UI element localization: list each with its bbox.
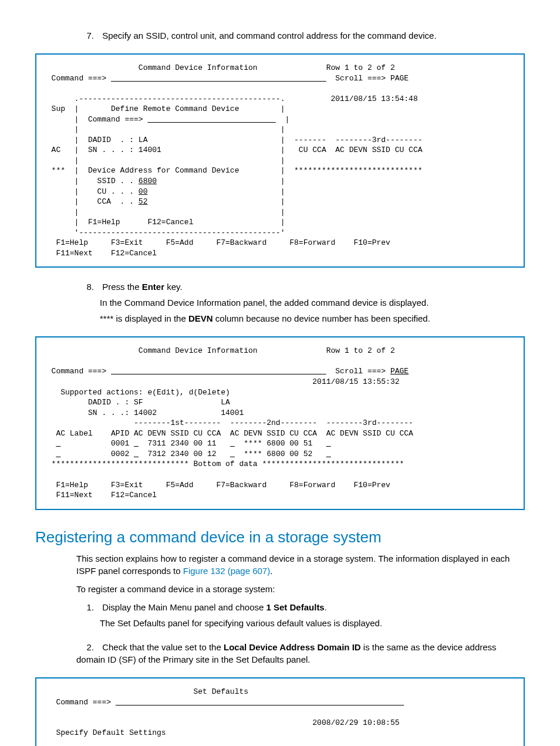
register-step-1-text: Display the Main Menu panel and choose 1… — [102, 602, 327, 612]
step-8: 8. Press the Enter key. In the Command D… — [76, 281, 525, 325]
section-intro: This section explains how to register a … — [76, 552, 525, 577]
step-8-num: 8. — [76, 281, 94, 293]
step-7-text: Specify an SSID, control unit, and comma… — [102, 31, 436, 40]
register-step-1-num: 1. — [76, 601, 94, 613]
step-7: 7. Specify an SSID, control unit, and co… — [76, 29, 525, 42]
step-7-num: 7. — [76, 29, 94, 42]
terminal-panel-1: Command Device Information Row 1 to 2 of… — [35, 53, 525, 268]
step-8-text: Press the Enter key. — [102, 282, 182, 292]
section-heading: Registering a command device in a storag… — [35, 526, 525, 548]
register-step-2: 2. Check that the value set to the Local… — [76, 641, 525, 666]
register-step-1: 1. Display the Main Menu panel and choos… — [76, 601, 525, 629]
step-8-body-1: In the Command Device Information panel,… — [100, 296, 525, 309]
register-step-2-text: Check that the value set to the Local De… — [76, 642, 497, 664]
register-step-1-body: The Set Defaults panel for specifying va… — [100, 617, 525, 629]
figure-link[interactable]: Figure 132 (page 607) — [183, 566, 270, 576]
terminal-panel-3: Set Defaults Command ===> 2008/02/29 10:… — [35, 677, 525, 746]
section-lead: To register a command device in a storag… — [76, 583, 525, 595]
terminal-panel-2: Command Device Information Row 1 to 2 of… — [35, 336, 525, 509]
step-8-body-2: **** is displayed in the DEVN column bec… — [100, 312, 525, 325]
register-step-2-num: 2. — [76, 641, 94, 653]
